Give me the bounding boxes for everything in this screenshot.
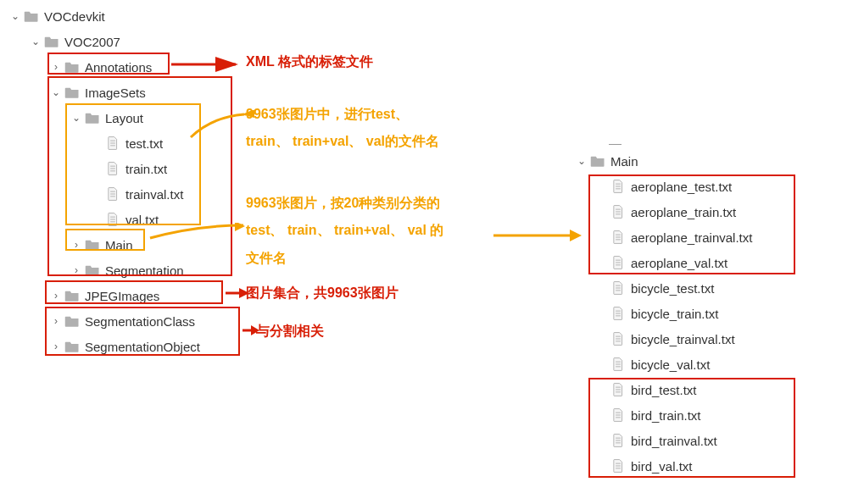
tree-file[interactable]: ›bicycle_trainval.txt: [575, 326, 752, 352]
folder-label: SegmentationObject: [85, 340, 200, 354]
file-label: test.txt: [125, 136, 163, 151]
file-icon: [610, 357, 626, 371]
folder-label: Main: [610, 154, 638, 169]
folder-icon: [85, 238, 100, 252]
arrow-icon: [241, 322, 259, 339]
folder-label: Segmentation: [105, 263, 184, 278]
folder-icon: [85, 263, 100, 277]
tree-file[interactable]: ›aeroplane_val.txt: [575, 250, 752, 275]
file-label: bicycle_trainval.txt: [631, 332, 735, 346]
file-icon: [610, 332, 626, 346]
file-icon: [610, 434, 626, 447]
file-label: aeroplane_train.txt: [631, 205, 736, 219]
file-icon: [105, 187, 120, 201]
file-label: bird_trainval.txt: [631, 434, 717, 448]
tree-file[interactable]: ›bird_train.txt: [575, 402, 752, 428]
tree-node-imagesets[interactable]: ⌄ ImageSets: [8, 80, 200, 105]
tree-node-jpegimages[interactable]: › JPEGImages: [8, 283, 200, 308]
file-icon: [610, 180, 626, 193]
file-icon: [610, 459, 626, 473]
caret-right-icon: ›: [49, 341, 63, 352]
folder-icon: [590, 154, 605, 168]
folder-label: Main: [105, 238, 133, 252]
tree-file[interactable]: ›bicycle_train.txt: [575, 301, 752, 326]
caret-right-icon: ›: [70, 239, 83, 251]
annotation-main-l1: 9963张图片，按20种类别分类的: [246, 195, 440, 213]
arrow-icon: [224, 285, 249, 302]
caret-down-icon: ⌄: [70, 112, 83, 124]
arrow-icon: [492, 227, 582, 244]
file-label: bird_test.txt: [631, 383, 697, 397]
folder-label: ImageSets: [85, 86, 146, 100]
tree-node-vocdevkit[interactable]: ⌄ VOCdevkit: [8, 3, 200, 29]
folder-icon: [24, 9, 39, 23]
tree-file[interactable]: › train.txt: [8, 156, 200, 181]
folder-icon: [44, 35, 59, 48]
annotation-main-l3: 文件名: [246, 250, 287, 268]
folder-label: JPEGImages: [85, 289, 159, 303]
tree-node-voc2007[interactable]: ⌄ VOC2007: [8, 29, 200, 54]
file-icon: [105, 162, 120, 175]
file-label: bicycle_val.txt: [631, 357, 710, 372]
tree-node-main-right[interactable]: ⌄ Main: [575, 148, 752, 174]
annotation-jpeg: 图片集合，共9963张图片: [246, 285, 399, 302]
folder-label: VOCdevkit: [44, 9, 105, 24]
tree-file[interactable]: ›bicycle_val.txt: [575, 352, 752, 377]
caret-right-icon: ›: [49, 61, 63, 73]
tree-file[interactable]: ›bird_test.txt: [575, 377, 752, 402]
arrow-icon: [170, 55, 244, 74]
file-icon: [610, 408, 626, 422]
caret-down-icon: ⌄: [49, 86, 63, 98]
tree-node-segmentation[interactable]: › Segmentation: [8, 258, 200, 283]
tree-file[interactable]: ›aeroplane_train.txt: [575, 199, 752, 224]
tree-node-layout[interactable]: ⌄ Layout: [8, 105, 200, 130]
arrow-icon: [187, 110, 254, 144]
annotation-main-l2: test、 train、 train+val、 val 的: [246, 222, 443, 240]
annotation-layout-l1: 9963张图片中，进行test、: [246, 106, 409, 124]
caret-down-icon: ⌄: [29, 36, 42, 47]
file-icon: [610, 281, 626, 295]
file-label: bird_train.txt: [631, 408, 701, 423]
caret-right-icon: ›: [70, 264, 83, 276]
annotation-xml: XML 格式的标签文件: [246, 53, 373, 71]
file-label: aeroplane_trainval.txt: [631, 230, 752, 245]
folder-icon: [85, 111, 100, 125]
folder-label: SegmentationClass: [85, 314, 195, 329]
tree-file[interactable]: ›bird_val.txt: [575, 453, 752, 479]
arrow-icon: [146, 223, 248, 243]
tree-file[interactable]: ›bird_trainval.txt: [575, 428, 752, 453]
tree-node-segclass[interactable]: › SegmentationClass: [8, 308, 200, 334]
file-label: bicycle_train.txt: [631, 307, 718, 321]
folder-icon: [64, 340, 80, 353]
file-label: aeroplane_val.txt: [631, 256, 727, 270]
folder-label: VOC2007: [64, 35, 120, 49]
tree-file[interactable]: › trainval.txt: [8, 181, 200, 207]
caret-right-icon: ›: [49, 290, 63, 302]
annotation-seg: 与分割相关: [256, 323, 324, 341]
folder-label: Layout: [105, 111, 143, 125]
caret-down-icon: ⌄: [575, 155, 588, 167]
file-icon: [610, 205, 626, 219]
file-label: train.txt: [125, 162, 167, 176]
file-label: aeroplane_test.txt: [631, 180, 732, 194]
file-icon: [610, 256, 626, 269]
caret-right-icon: ›: [49, 315, 63, 327]
right-tree: ⌄ Main ›aeroplane_test.txt›aeroplane_tra…: [575, 148, 752, 479]
folder-icon: [64, 60, 80, 74]
file-icon: [610, 230, 626, 244]
file-icon: [610, 383, 626, 396]
file-label: bird_val.txt: [631, 459, 693, 474]
tree-file[interactable]: › test.txt: [8, 130, 200, 156]
folder-label: Annotations: [85, 60, 152, 75]
file-label: trainval.txt: [125, 187, 183, 202]
tree-file[interactable]: ›aeroplane_test.txt: [575, 174, 752, 199]
caret-down-icon: ⌄: [8, 10, 22, 22]
tree-node-segobj[interactable]: › SegmentationObject: [8, 334, 200, 359]
tree-file[interactable]: ›aeroplane_trainval.txt: [575, 224, 752, 250]
tree-file[interactable]: ›bicycle_test.txt: [575, 275, 752, 301]
file-icon: [105, 136, 120, 150]
folder-icon: [64, 314, 80, 328]
annotation-layout-l2: train、 train+val、 val的文件名: [246, 133, 439, 151]
file-icon: [610, 307, 626, 320]
folder-icon: [64, 289, 80, 302]
